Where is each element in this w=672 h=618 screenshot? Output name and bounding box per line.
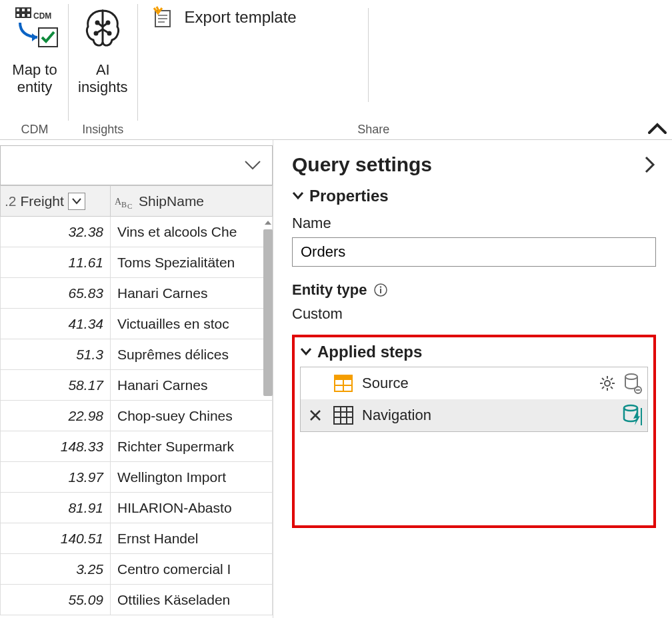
table-icon [331, 403, 355, 427]
cell-shipname[interactable]: Hanari Carnes [111, 370, 273, 401]
table-wrapper: .2 Freight [0, 185, 273, 618]
query-settings-header: Query settings [292, 153, 656, 176]
table-row[interactable]: 55.09Ottilies Käseladen [1, 585, 273, 615]
query-name-input[interactable] [292, 237, 656, 267]
column-header-shipname[interactable]: A B C ShipName [111, 186, 273, 217]
applied-steps-toggle[interactable]: Applied steps [300, 343, 648, 361]
svg-rect-3 [16, 13, 20, 17]
chevron-right-icon[interactable] [644, 155, 656, 174]
table-source-icon [331, 371, 355, 395]
cell-freight[interactable]: 41.34 [1, 309, 111, 339]
table-row[interactable]: 148.33Richter Supermark [1, 431, 273, 462]
cell-shipname[interactable]: Ernst Handel [111, 523, 273, 554]
chevron-down-icon[interactable] [244, 159, 261, 171]
ribbon-group-label-share: Share [357, 123, 389, 139]
table-row[interactable]: 13.97Wellington Import [1, 462, 273, 493]
map-to-entity-button[interactable]: CDM Map to entity [7, 3, 63, 98]
query-settings-pane: Query settings Properties Name Entity ty… [273, 140, 672, 618]
table-row[interactable]: 41.34Victuailles en stoc [1, 309, 273, 339]
cell-shipname[interactable]: HILARION-Abasto [111, 493, 273, 523]
svg-point-28 [605, 381, 610, 386]
database-remove-icon[interactable] [623, 373, 642, 394]
export-template-label: Export template [185, 8, 297, 27]
svg-rect-24 [335, 380, 343, 385]
svg-rect-16 [158, 21, 165, 23]
data-preview-pane: .2 Freight [0, 140, 273, 618]
properties-section-toggle[interactable]: Properties [292, 187, 656, 205]
cell-freight[interactable]: 140.51 [1, 523, 111, 554]
column-header-freight-label: Freight [21, 193, 64, 209]
cell-shipname[interactable]: Richter Supermark [111, 431, 273, 462]
cell-freight[interactable]: 58.17 [1, 370, 111, 401]
cell-freight[interactable]: 22.98 [1, 401, 111, 431]
table-row[interactable]: 51.3Suprêmes délices [1, 339, 273, 370]
cell-shipname[interactable]: Suprêmes délices [111, 339, 273, 370]
cell-freight[interactable]: 55.09 [1, 585, 111, 615]
svg-text:B: B [121, 200, 127, 209]
svg-rect-32 [334, 407, 353, 424]
table-row[interactable]: 65.83Hanari Carnes [1, 278, 273, 309]
cell-shipname[interactable]: Centro comercial I [111, 554, 273, 585]
cell-freight[interactable]: 32.38 [1, 217, 111, 247]
ribbon-group-label-insights: Insights [82, 123, 123, 139]
cell-freight[interactable]: 13.97 [1, 462, 111, 493]
table-row[interactable]: 81.91HILARION-Abasto [1, 493, 273, 523]
vertical-scrollbar[interactable] [263, 229, 273, 396]
svg-rect-22 [380, 289, 381, 293]
export-template-button[interactable]: Export template [147, 3, 301, 31]
ribbon-group-cdm: CDM Map to entity CDM [1, 0, 68, 139]
ribbon-group-label-cdm: CDM [21, 123, 49, 139]
cell-shipname[interactable]: Victuailles en stoc [111, 309, 273, 339]
cell-shipname[interactable]: Vins et alcools Che [111, 217, 273, 247]
svg-point-37 [624, 405, 637, 411]
cell-freight[interactable]: 81.91 [1, 493, 111, 523]
applied-steps-title: Applied steps [317, 343, 422, 361]
scroll-up-arrow-icon[interactable] [263, 219, 273, 227]
chevron-down-icon [300, 347, 312, 357]
ribbon: CDM Map to entity CDM [0, 0, 672, 140]
cell-shipname[interactable]: Wellington Import [111, 462, 273, 493]
app-root: CDM Map to entity CDM [0, 0, 672, 618]
formula-bar[interactable] [0, 145, 273, 185]
applied-step-navigation[interactable]: Navigation [301, 399, 647, 431]
table-row[interactable]: 22.98Chop-suey Chines [1, 401, 273, 431]
applied-step-label: Navigation [362, 407, 431, 424]
cell-shipname[interactable]: Hanari Carnes [111, 278, 273, 309]
export-template-icon [151, 5, 175, 29]
data-table: .2 Freight [0, 185, 273, 615]
brain-icon [79, 4, 127, 57]
svg-point-21 [380, 286, 381, 287]
collapse-ribbon-button[interactable] [648, 122, 667, 135]
database-lightning-icon[interactable] [622, 404, 642, 427]
applied-step-label: Source [362, 375, 409, 392]
svg-rect-38 [641, 408, 642, 425]
ribbon-group-share: Export template Share [138, 0, 672, 139]
svg-rect-26 [335, 386, 343, 391]
cell-freight[interactable]: 11.61 [1, 247, 111, 278]
table-row[interactable]: 3.25Centro comercial I [1, 554, 273, 585]
cell-freight[interactable]: 51.3 [1, 339, 111, 370]
cell-shipname[interactable]: Chop-suey Chines [111, 401, 273, 431]
svg-rect-15 [158, 18, 167, 19]
column-filter-button[interactable] [68, 193, 85, 210]
ai-insights-button[interactable]: AI insights [74, 3, 132, 98]
delete-step-button[interactable] [306, 409, 325, 422]
cell-freight[interactable]: 65.83 [1, 278, 111, 309]
table-row[interactable]: 58.17Hanari Carnes [1, 370, 273, 401]
table-row[interactable]: 11.61Toms Spezialitäten [1, 247, 273, 278]
cell-shipname[interactable]: Ottilies Käseladen [111, 585, 273, 615]
table-row[interactable]: 140.51Ernst Handel [1, 523, 273, 554]
chevron-down-icon [292, 191, 304, 201]
gear-icon[interactable] [598, 374, 617, 393]
cell-freight[interactable]: 148.33 [1, 431, 111, 462]
ribbon-group-insights: AI insights Insights [69, 0, 137, 139]
name-label: Name [292, 215, 656, 232]
column-header-freight[interactable]: .2 Freight [1, 186, 111, 217]
cell-freight[interactable]: 3.25 [1, 554, 111, 585]
table-row[interactable]: 32.38Vins et alcools Che [1, 217, 273, 247]
info-icon[interactable] [373, 283, 388, 297]
svg-text:C: C [127, 202, 132, 209]
applied-step-source[interactable]: Source [301, 367, 647, 399]
cell-shipname[interactable]: Toms Spezialitäten [111, 247, 273, 278]
properties-section: Properties Name Entity type Custom [292, 187, 656, 323]
